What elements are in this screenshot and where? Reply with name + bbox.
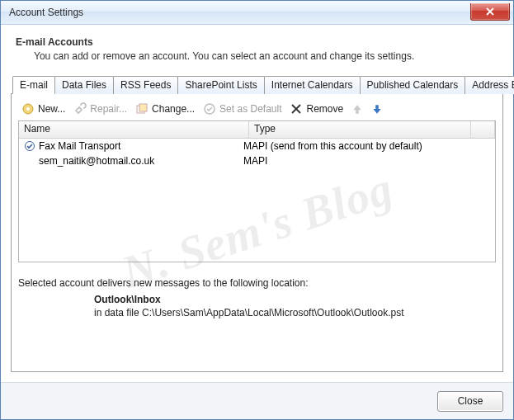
new-icon [21,102,35,116]
move-down-button[interactable] [371,103,383,115]
change-icon [135,102,149,116]
delivery-location: Outlook\Inbox [94,294,496,305]
list-header: Name Type [19,121,495,139]
close-icon [485,7,495,16]
account-name: sem_naitik@hotmail.co.uk [39,155,154,167]
tab-published-calendars[interactable]: Published Calendars [360,76,466,94]
set-default-button: Set as Default [203,102,281,116]
svg-rect-3 [139,104,147,111]
arrow-down-icon [371,103,383,115]
header-title: E-mail Accounts [16,36,500,48]
tab-panel: New... Repair... Change... [11,93,503,372]
accounts-list[interactable]: Name Type Fax Mail Transport MAPI (send … [18,120,496,262]
account-type: MAPI [238,155,495,167]
footer: Close [1,382,513,419]
account-name: Fax Mail Transport [39,140,120,152]
content-area: E-mail Accounts You can add or remove an… [1,25,513,382]
tab-internet-calendars[interactable]: Internet Calendars [264,76,361,94]
tab-data-files[interactable]: Data Files [54,76,114,94]
column-header-type[interactable]: Type [249,121,471,138]
remove-button[interactable]: Remove [290,102,343,116]
tabstrip: E-mail Data Files RSS Feeds SharePoint L… [12,75,503,93]
titlebar: Account Settings [1,1,513,25]
table-row[interactable]: sem_naitik@hotmail.co.uk MAPI [19,153,495,168]
new-button[interactable]: New... [21,102,65,116]
toolbar: New... Repair... Change... [18,101,496,120]
window-close-button[interactable] [470,3,510,21]
tab-sharepoint-lists[interactable]: SharePoint Lists [177,76,264,94]
change-button[interactable]: Change... [135,102,195,116]
column-header-name[interactable]: Name [19,121,249,138]
remove-icon [290,102,303,116]
tab-rss-feeds[interactable]: RSS Feeds [113,76,178,94]
window-title: Account Settings [1,7,470,18]
account-type: MAPI (send from this account by default) [238,140,495,152]
delivery-path: in data file C:\Users\Sam\AppData\Local\… [94,307,496,319]
header-block: E-mail Accounts You can add or remove an… [16,36,500,62]
delivery-intro: Selected account delivers new messages t… [18,277,496,289]
tab-address-books[interactable]: Address Books [464,76,514,94]
repair-button: Repair... [73,102,127,116]
account-settings-window: Account Settings E-mail Accounts You can… [0,0,514,420]
svg-point-1 [26,107,30,111]
default-icon [203,102,216,116]
delivery-info: Selected account delivers new messages t… [18,277,496,319]
tab-email[interactable]: E-mail [12,76,55,94]
close-button[interactable]: Close [437,391,503,412]
repair-icon [73,102,87,116]
move-up-button[interactable] [351,103,363,115]
table-row[interactable]: Fax Mail Transport MAPI (send from this … [19,139,495,153]
header-description: You can add or remove an account. You ca… [34,50,500,62]
arrow-up-icon [351,103,363,115]
default-account-icon [24,140,35,152]
